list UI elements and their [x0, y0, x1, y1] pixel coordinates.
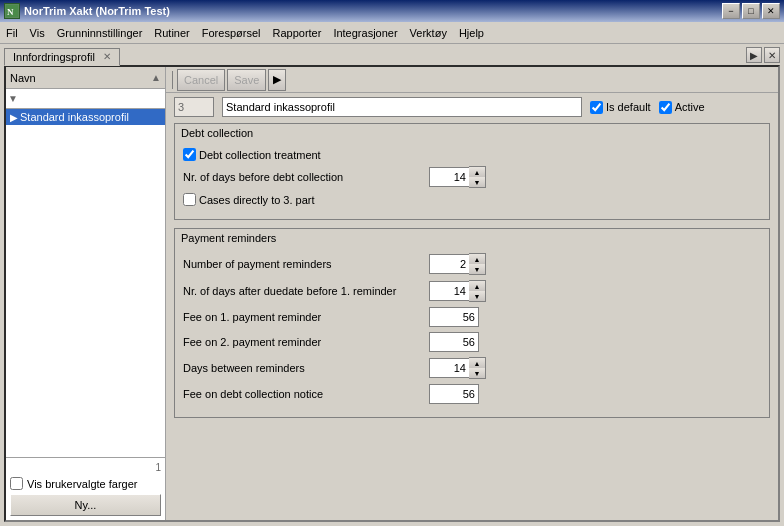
payment-reminders-section: Payment reminders Number of payment remi… — [174, 228, 770, 418]
menu-vis[interactable]: Vis — [24, 25, 51, 41]
menu-grunninnstillinger[interactable]: Grunninnstillinger — [51, 25, 149, 41]
menu-verktøy[interactable]: Verktøy — [404, 25, 453, 41]
sidebar-filter-row: ▼ — [6, 89, 165, 109]
sidebar-item-arrow: ▶ — [10, 112, 18, 123]
close-window-button[interactable]: ✕ — [762, 3, 780, 19]
is-default-checkbox[interactable] — [590, 101, 603, 114]
num-reminders-spinner: ▲ ▼ — [429, 253, 486, 275]
save-label: Save — [234, 74, 259, 86]
cancel-label: Cancel — [184, 74, 218, 86]
new-button[interactable]: Ny... — [10, 494, 161, 516]
sidebar-items-list: ▶ Standard inkassoprofil — [6, 109, 165, 457]
treatment-text: Debt collection treatment — [199, 149, 321, 161]
payment-reminders-content: Number of payment reminders ▲ ▼ Nr. of d… — [175, 247, 769, 417]
active-label: Active — [659, 101, 705, 114]
debt-collection-section: Debt collection Debt collection treatmen… — [174, 123, 770, 220]
fee-notice-input[interactable] — [429, 384, 479, 404]
menu-hjelp[interactable]: Hjelp — [453, 25, 490, 41]
sidebar-item-standard[interactable]: ▶ Standard inkassoprofil — [6, 109, 165, 125]
name-field[interactable] — [222, 97, 582, 117]
app-icon: N — [4, 3, 20, 19]
days-before-spinner: ▲ ▼ — [429, 166, 486, 188]
window-title: NorTrim Xakt (NorTrim Test) — [24, 5, 170, 17]
menu-rutiner[interactable]: Rutiner — [148, 25, 195, 41]
tab-bar-area: Innfordringsprofil ✕ ▶ ✕ — [0, 44, 784, 65]
sidebar-header: Navn ▲ — [6, 67, 165, 89]
is-default-text: Is default — [606, 101, 651, 113]
sidebar-item-label: Standard inkassoprofil — [20, 111, 129, 123]
days-before-spinner-buttons: ▲ ▼ — [469, 166, 486, 188]
fee-1-label: Fee on 1. payment reminder — [183, 311, 423, 323]
days-before-down-button[interactable]: ▼ — [469, 177, 485, 187]
vis-bruker-label: Vis brukervalgte farger — [27, 478, 137, 490]
panel-close-button[interactable]: ✕ — [764, 47, 780, 63]
fee-notice-label: Fee on debt collection notice — [183, 388, 423, 400]
fee-2-row: Fee on 2. payment reminder — [183, 332, 761, 352]
sort-icon: ▲ — [151, 72, 161, 83]
cases-directly-checkbox[interactable] — [183, 193, 196, 206]
active-checkbox[interactable] — [659, 101, 672, 114]
cases-directly-row: Cases directly to 3. part — [183, 193, 761, 206]
vis-bruker-row: Vis brukervalgte farger — [10, 477, 161, 490]
active-text: Active — [675, 101, 705, 113]
save-button[interactable]: Save — [227, 69, 266, 91]
fee-1-input[interactable] — [429, 307, 479, 327]
cases-directly-text: Cases directly to 3. part — [199, 194, 315, 206]
filter-icon: ▼ — [8, 93, 18, 104]
svg-text:N: N — [7, 7, 14, 17]
right-panel: Cancel Save ▶ Is default — [166, 67, 778, 520]
toolbar-separator-1 — [172, 71, 173, 89]
menu-forespørsel[interactable]: Forespørsel — [196, 25, 267, 41]
days-before-up-button[interactable]: ▲ — [469, 167, 485, 177]
menu-bar: Fil Vis Grunninnstillinger Rutiner Fores… — [0, 22, 784, 44]
sidebar-name-col: Navn — [10, 72, 151, 84]
form-area: Is default Active Debt collection — [166, 93, 778, 520]
menu-fil[interactable]: Fil — [0, 25, 24, 41]
days-between-input[interactable] — [429, 358, 469, 378]
days-between-down-button[interactable]: ▼ — [469, 368, 485, 378]
days-before-row: Nr. of days before debt collection ▲ ▼ — [183, 166, 761, 188]
toolbar: Cancel Save ▶ — [166, 67, 778, 93]
num-reminders-input[interactable] — [429, 254, 469, 274]
days-after-duedate-up-button[interactable]: ▲ — [469, 281, 485, 291]
treatment-row: Debt collection treatment — [183, 148, 761, 161]
days-between-up-button[interactable]: ▲ — [469, 358, 485, 368]
main-container: Innfordringsprofil ✕ ▶ ✕ Navn ▲ ▼ ▶ Stan… — [0, 44, 784, 526]
days-before-input[interactable] — [429, 167, 469, 187]
vis-bruker-checkbox[interactable] — [10, 477, 23, 490]
treatment-label: Debt collection treatment — [183, 148, 321, 161]
title-bar: N NorTrim Xakt (NorTrim Test) − □ ✕ — [0, 0, 784, 22]
sidebar: Navn ▲ ▼ ▶ Standard inkassoprofil 1 Vis … — [6, 67, 166, 520]
fee-2-input[interactable] — [429, 332, 479, 352]
days-after-duedate-row: Nr. of days after duedate before 1. remi… — [183, 280, 761, 302]
page-number: 1 — [10, 462, 161, 473]
tab-close-icon[interactable]: ✕ — [103, 51, 111, 62]
menu-integrasjoner[interactable]: Integrasjoner — [327, 25, 403, 41]
num-reminders-down-button[interactable]: ▼ — [469, 264, 485, 274]
days-after-duedate-down-button[interactable]: ▼ — [469, 291, 485, 301]
treatment-checkbox[interactable] — [183, 148, 196, 161]
nav-arrow-icon: ▶ — [273, 73, 281, 86]
num-reminders-row: Number of payment reminders ▲ ▼ — [183, 253, 761, 275]
days-between-label: Days between reminders — [183, 362, 423, 374]
days-between-row: Days between reminders ▲ ▼ — [183, 357, 761, 379]
num-reminders-label: Number of payment reminders — [183, 258, 423, 270]
debt-collection-content: Debt collection treatment Nr. of days be… — [175, 142, 769, 219]
fee-notice-row: Fee on debt collection notice — [183, 384, 761, 404]
sidebar-bottom: 1 Vis brukervalgte farger Ny... — [6, 457, 165, 520]
num-reminders-up-button[interactable]: ▲ — [469, 254, 485, 264]
id-field[interactable] — [174, 97, 214, 117]
payment-reminders-title: Payment reminders — [175, 229, 769, 247]
nav-arrow-button[interactable]: ▶ — [268, 69, 286, 91]
cases-directly-label: Cases directly to 3. part — [183, 193, 315, 206]
tab-innfordringsprofil[interactable]: Innfordringsprofil ✕ — [4, 48, 120, 66]
expand-button[interactable]: ▶ — [746, 47, 762, 63]
maximize-button[interactable]: □ — [742, 3, 760, 19]
minimize-button[interactable]: − — [722, 3, 740, 19]
id-row: Is default Active — [174, 97, 770, 117]
menu-rapporter[interactable]: Rapporter — [266, 25, 327, 41]
cancel-button[interactable]: Cancel — [177, 69, 225, 91]
days-between-spinner: ▲ ▼ — [429, 357, 486, 379]
days-after-duedate-spinner-buttons: ▲ ▼ — [469, 280, 486, 302]
days-after-duedate-input[interactable] — [429, 281, 469, 301]
